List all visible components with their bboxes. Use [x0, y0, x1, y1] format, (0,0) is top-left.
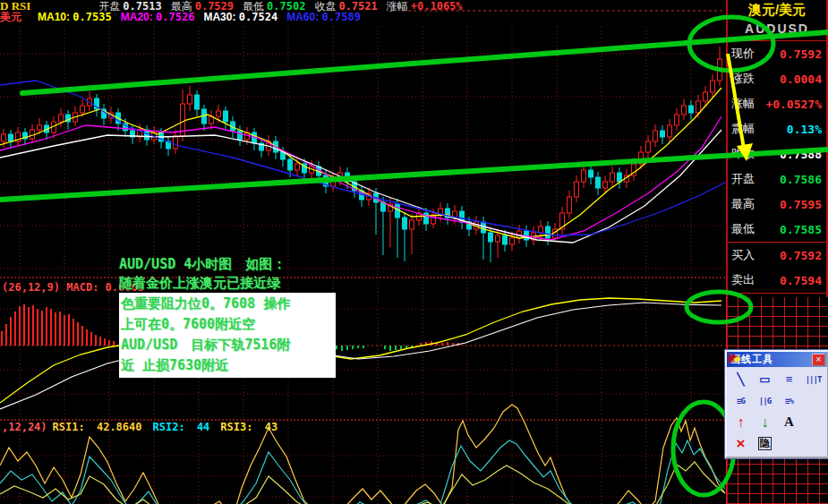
toolbox-titlebar[interactable]: 画线工具 × — [727, 352, 827, 367]
delete-icon: × — [737, 435, 746, 453]
rsi2-label: RSI2: 44 — [153, 421, 216, 433]
annotation-text: AUD/USD 4小时图 如图： 随着金价上涨澳元已接近绿 — [119, 255, 286, 293]
change-label: 涨幅 — [387, 0, 408, 13]
ma10-label: MA10: — [38, 11, 70, 23]
tool-golden-section-v[interactable]: ||G — [753, 391, 777, 410]
ma-bar: 美元MA10: 0.7535MA20: 0.7526MA30: 0.7524MA… — [0, 12, 725, 23]
tool-trend-line[interactable]: ╲ — [729, 370, 753, 389]
ma30-value: 0.7524 — [239, 11, 277, 23]
chart-header: D RSI开盘0.7513最高0.7529最低0.7502收盘0.7521涨幅+… — [0, 0, 725, 23]
tool-golden-section-h[interactable]: ≡G — [729, 391, 753, 410]
quote-row-ask: 卖出0.7594 — [728, 268, 826, 293]
tool-eraser[interactable] — [801, 413, 825, 431]
quote-row-low: 最低0.7585 — [728, 217, 826, 242]
quote-row-last: 现价0.7592 — [728, 41, 826, 66]
symbol-partial-label: 美元 — [0, 11, 21, 23]
close-icon[interactable]: × — [812, 354, 825, 366]
horizontal-lines-icon: ≡ — [786, 372, 793, 386]
rsi-indicator-label: ,12,24)RSI1: 42.8640RSI2: 44RSI3: 43 — [2, 421, 288, 433]
trend-line-icon: ╲ — [738, 372, 745, 386]
toolbox-empty-cell — [801, 434, 825, 453]
toolbox-empty-cell — [777, 434, 801, 453]
down-arrow-icon: ↓ — [762, 414, 769, 431]
ma60-value: 0.7589 — [322, 11, 361, 23]
ma60-label: MA60: — [286, 11, 319, 23]
trading-app-window: D RSI开盘0.7513最高0.7529最低0.7502收盘0.7521涨幅+… — [0, 0, 828, 504]
tool-fan-lines[interactable] — [801, 391, 825, 410]
golden-section-h-icon: ≡G — [737, 397, 745, 406]
quote-row-prev-close: 昨收0.7588 — [728, 141, 826, 167]
ma10-value: 0.7535 — [73, 11, 111, 23]
eraser-icon — [727, 352, 741, 364]
tool-text[interactable]: A — [777, 413, 801, 431]
rsi1-label: RSI1: 42.8640 — [53, 421, 148, 433]
tool-hide[interactable]: 隐 — [753, 434, 777, 453]
tool-down-arrow[interactable]: ↓ — [753, 413, 777, 431]
ma20-label: MA20: — [121, 11, 153, 23]
tool-delete[interactable]: × — [729, 434, 753, 453]
up-arrow-icon: ↑ — [738, 414, 745, 431]
quote-row-change: 涨跌0.0004 — [728, 66, 826, 91]
ma30-label: MA30: — [203, 11, 235, 23]
quote-title: 澳元/美元 — [728, 0, 826, 21]
change-value: +0.1065% — [411, 0, 463, 13]
rsi3-label: RSI3: 43 — [220, 421, 283, 433]
hide-icon: 隐 — [758, 437, 772, 450]
tool-percent-lines[interactable]: ≡% — [777, 391, 801, 410]
quote-row-amplitude: 震幅0.13% — [728, 116, 826, 141]
tool-rectangle[interactable]: ▭ — [753, 370, 777, 389]
tool-up-arrow[interactable]: ↑ — [729, 413, 753, 431]
quote-row-change-pct: 涨幅+0.0527% — [728, 91, 826, 116]
toolbox-grid: ╲ ▭ ≡ |||T ≡G ||G ≡% ↑ ↓ A — [727, 367, 827, 457]
drawing-tools-palette[interactable]: 画线工具 × ╲ ▭ ≡ |||T ≡G ||G ≡% ↑ ↓ A — [725, 350, 828, 458]
quote-row-high: 最高0.7595 — [728, 192, 826, 217]
annotation-box: 色重要阻力位0。7608 操作 上可在0。7600附近空 AUD/USD 目标下… — [119, 293, 336, 378]
bid-ask-box: 买入0.7592 卖出0.7594 — [728, 242, 826, 294]
percent-lines-icon: ≡% — [785, 397, 793, 406]
golden-section-v-icon: ||G — [759, 397, 771, 406]
ma20-value: 0.7526 — [156, 11, 194, 23]
quote-symbol-code: AUDUSD — [728, 21, 826, 41]
vertical-lines-icon: |||T — [806, 375, 822, 384]
tool-vertical-lines[interactable]: |||T — [801, 370, 825, 389]
quote-row-bid: 买入0.7592 — [728, 243, 826, 268]
rsi-params: ,12,24) — [2, 421, 47, 433]
quote-row-open: 开盘0.7586 — [728, 167, 826, 192]
tool-horizontal-lines[interactable]: ≡ — [777, 370, 801, 389]
text-tool-icon: A — [784, 414, 794, 430]
rectangle-icon: ▭ — [759, 372, 770, 386]
